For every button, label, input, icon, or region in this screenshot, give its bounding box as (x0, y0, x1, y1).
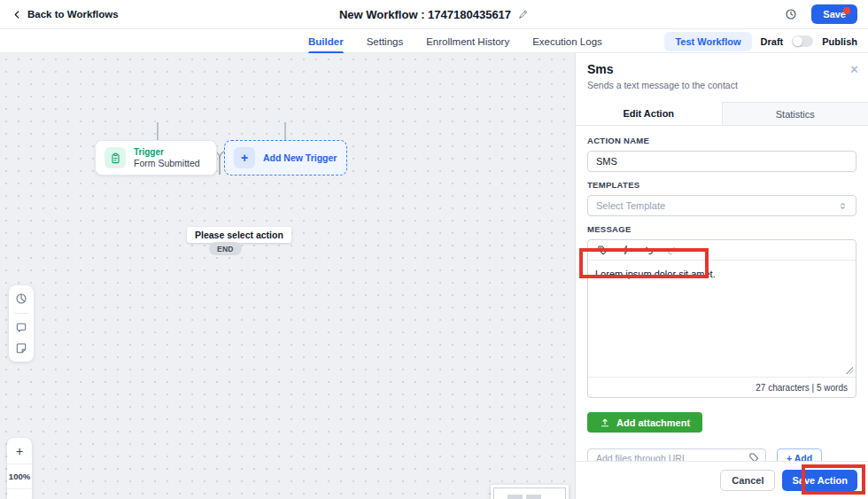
zoom-controls: + 100% − (7, 438, 32, 499)
clipboard-icon (105, 147, 126, 168)
panel-footer: Cancel Save Action (576, 461, 868, 499)
end-node: END (209, 242, 242, 255)
workflow-title-wrap: New Workflow : 1747180435617 (339, 8, 529, 21)
undo-icon[interactable] (643, 245, 655, 256)
cancel-button[interactable]: Cancel (720, 470, 775, 491)
action-title: Sms (587, 62, 856, 76)
zoom-out-button[interactable]: − (7, 489, 32, 499)
action-editor-panel: Sms Sends a text message to the contact … (576, 53, 868, 499)
save-button[interactable]: Save (811, 4, 857, 24)
panel-body: ACTION NAME TEMPLATES Select Template ME… (576, 126, 868, 468)
trigger-node[interactable]: Trigger Form Submitted (95, 140, 217, 175)
character-word-count: 27 characters | 5 words (756, 383, 848, 393)
editor-toolbar (588, 240, 856, 261)
tab-statistics[interactable]: Statistics (722, 102, 868, 125)
trigger-node-title: Trigger (134, 147, 200, 158)
message-editor: Lorem ipsum dolor sit amet. 27 character… (587, 239, 856, 398)
zoom-level: 100% (7, 464, 32, 489)
tab-execution-logs[interactable]: Execution Logs (532, 29, 602, 53)
connector-lines (0, 53, 576, 499)
sub-navigation: Builder Settings Enrollment History Exec… (0, 29, 868, 53)
tab-settings[interactable]: Settings (367, 29, 404, 53)
publish-toggle[interactable] (792, 35, 813, 47)
tab-builder[interactable]: Builder (308, 29, 344, 53)
edit-pencil-icon[interactable] (518, 9, 529, 19)
publish-label: Publish (822, 36, 857, 47)
tab-enrollment-history[interactable]: Enrollment History (426, 29, 509, 53)
history-clock-icon[interactable] (785, 8, 797, 20)
trigger-node-text: Trigger Form Submitted (134, 147, 200, 169)
canvas-side-toolbar (9, 285, 34, 362)
panel-tabs: Edit Action Statistics (576, 102, 868, 126)
action-name-input[interactable] (587, 151, 856, 172)
template-placeholder: Select Template (596, 200, 665, 211)
upload-icon (600, 417, 610, 428)
action-description: Sends a text message to the contact (587, 80, 856, 90)
toggle-knob (793, 36, 802, 46)
custom-values-tag-icon[interactable] (597, 245, 608, 256)
add-trigger-label: Add New Trigger (263, 152, 337, 163)
message-text: Lorem ipsum dolor sit amet. (595, 269, 849, 279)
add-attachment-label: Add attachment (616, 417, 690, 428)
top-header: Back to Workflows New Workflow : 1747180… (0, 0, 868, 29)
plus-icon: + (234, 147, 255, 168)
please-select-action-label: Please select action (187, 227, 291, 243)
select-chevrons-icon (838, 201, 848, 211)
workflow-canvas[interactable]: Trigger Form Submitted + Add New Trigger… (0, 53, 576, 499)
add-attachment-button[interactable]: Add attachment (587, 412, 702, 433)
tab-edit-action[interactable]: Edit Action (576, 102, 722, 125)
test-workflow-button[interactable]: Test Workflow (664, 32, 751, 51)
stats-pie-icon[interactable] (15, 292, 27, 305)
sticky-note-icon[interactable] (15, 342, 27, 355)
minimap-node (526, 495, 541, 499)
template-select[interactable]: Select Template (587, 195, 856, 216)
trigger-node-subtitle: Form Submitted (134, 158, 200, 169)
action-name-label: ACTION NAME (587, 136, 856, 145)
chevron-left-icon (12, 10, 22, 19)
page-title: New Workflow : 1747180435617 (339, 8, 511, 21)
resize-handle[interactable] (846, 367, 853, 374)
header-actions: Save (785, 4, 857, 24)
editor-footer: 27 characters | 5 words (588, 377, 856, 397)
trigger-links-bolt-icon[interactable] (620, 245, 632, 256)
templates-label: TEMPLATES (587, 180, 856, 190)
unsaved-changes-dot (843, 7, 850, 14)
close-icon[interactable]: ✕ (849, 64, 859, 75)
workflow-nav-tabs: Builder Settings Enrollment History Exec… (308, 29, 602, 53)
back-label: Back to Workflows (27, 9, 119, 19)
save-action-button[interactable]: Save Action (782, 470, 857, 491)
comment-bubble-icon[interactable] (15, 322, 27, 334)
draft-label: Draft (761, 36, 784, 47)
minimap-viewport (493, 487, 566, 499)
add-new-trigger-button[interactable]: + Add New Trigger (224, 140, 347, 175)
workflow-builder-app: Back to Workflows New Workflow : 1747180… (0, 0, 868, 499)
redo-icon[interactable] (666, 245, 678, 256)
zoom-in-button[interactable]: + (7, 438, 32, 464)
minimap-node (508, 495, 523, 499)
message-textarea[interactable]: Lorem ipsum dolor sit amet. (588, 261, 856, 377)
message-label: MESSAGE (587, 224, 856, 234)
back-to-workflows-button[interactable]: Back to Workflows (12, 9, 119, 19)
toolbar-divider (14, 313, 28, 314)
subbar-right-controls: Test Workflow Draft Publish (664, 29, 857, 53)
canvas-minimap[interactable] (491, 485, 569, 499)
panel-header: Sms Sends a text message to the contact … (576, 53, 868, 90)
